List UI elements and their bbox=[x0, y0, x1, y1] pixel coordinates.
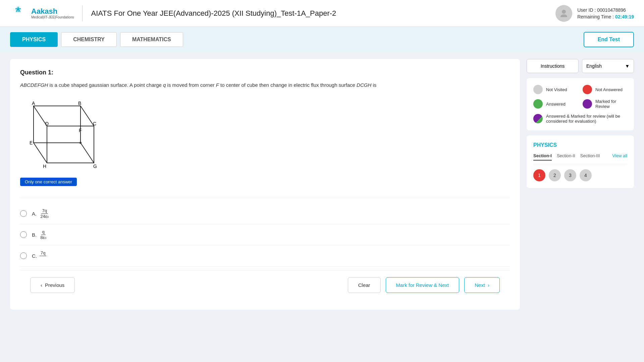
question-text: ABCDEFGH is a cube shaped gaussian surfa… bbox=[20, 81, 510, 89]
logo-main: Aakash bbox=[31, 7, 74, 15]
tab-mathematics[interactable]: MATHEMATICS bbox=[120, 32, 183, 47]
legend-grid: Not Visited Not Answered Answered Marked… bbox=[533, 85, 627, 124]
option-a-row: A. 7q 24ε₀ bbox=[20, 203, 510, 224]
not-visited-dot bbox=[533, 85, 543, 94]
tab-chemistry[interactable]: CHEMISTRY bbox=[61, 32, 117, 47]
legend-answered-marked: Answered & Marked for review (will be co… bbox=[533, 114, 627, 124]
user-details: User ID : 00010478896 Remaining Time : 0… bbox=[577, 7, 634, 19]
legend-answered: Answered bbox=[533, 99, 578, 109]
svg-text:F: F bbox=[79, 128, 82, 133]
option-b-radio[interactable] bbox=[20, 231, 27, 238]
option-a-fraction: 7q 24ε₀ bbox=[39, 208, 50, 219]
question-scroll: Question 1: ABCDEFGH is a cube shaped ga… bbox=[20, 69, 510, 267]
svg-line-5 bbox=[34, 106, 47, 126]
chevron-down-icon: ▼ bbox=[625, 63, 630, 69]
tab-physics[interactable]: PHYSICS bbox=[10, 32, 58, 47]
question-number-4[interactable]: 4 bbox=[580, 169, 592, 181]
exam-title: AIATS For One Year JEE(Advanced)-2025 (X… bbox=[91, 9, 555, 18]
remaining-value: 02:49:19 bbox=[615, 14, 634, 19]
next-button[interactable]: Next › bbox=[464, 277, 500, 293]
legend-not-visited: Not Visited bbox=[533, 85, 578, 94]
q-text-q: q bbox=[163, 82, 166, 88]
user-id-label: User ID bbox=[577, 7, 593, 13]
q-text-DCGH: DCGH bbox=[357, 82, 371, 88]
svg-marker-2 bbox=[34, 103, 101, 163]
physics-section-title: PHYSICS bbox=[533, 142, 627, 148]
question-number-3[interactable]: 3 bbox=[564, 169, 576, 181]
svg-rect-3 bbox=[47, 126, 94, 163]
cube-diagram: A B E F D C H G bbox=[27, 96, 510, 171]
language-select[interactable]: English ▼ bbox=[582, 59, 634, 73]
question-number-2[interactable]: 2 bbox=[549, 169, 561, 181]
logo-text: Aakash Medical|IIT-JEE|Foundations bbox=[31, 7, 74, 19]
clear-button[interactable]: Clear bbox=[348, 277, 381, 293]
cube-svg: A B E F D C H G bbox=[27, 96, 107, 170]
option-b-row: B. q 8ε₀ bbox=[20, 224, 510, 245]
prev-chevron-icon: ‹ bbox=[41, 282, 42, 288]
svg-line-6 bbox=[80, 106, 94, 126]
physics-card: PHYSICS Section-I Section-II Section-III… bbox=[527, 135, 634, 188]
not-answered-dot bbox=[583, 85, 592, 94]
main-content: Question 1: ABCDEFGH is a cube shaped ga… bbox=[0, 52, 644, 316]
svg-line-7 bbox=[34, 143, 47, 163]
svg-text:C: C bbox=[93, 121, 96, 126]
option-a-radio[interactable] bbox=[20, 210, 27, 217]
svg-text:H: H bbox=[43, 164, 46, 169]
option-b-fraction: q 8ε₀ bbox=[39, 229, 47, 240]
right-nav-buttons: Clear Mark for Review & Next Next › bbox=[348, 277, 500, 293]
q-text-abcdefgh: ABCDEFGH bbox=[20, 82, 48, 88]
svg-text:D: D bbox=[45, 121, 49, 126]
answered-label: Answered bbox=[546, 102, 566, 107]
q-text-F: F bbox=[216, 82, 219, 88]
sidebar-top: Instructions English ▼ bbox=[527, 59, 634, 73]
legend-not-answered: Not Answered bbox=[583, 85, 627, 94]
answered-marked-dot bbox=[533, 114, 543, 123]
section-tab-view-all[interactable]: View all bbox=[612, 153, 627, 161]
legend-card: Not Visited Not Answered Answered Marked… bbox=[527, 78, 634, 130]
svg-text:A: A bbox=[32, 101, 35, 106]
remaining-time-row: Remaining Time : 02:49:19 bbox=[577, 14, 634, 19]
options-divider bbox=[20, 198, 510, 198]
svg-point-17 bbox=[79, 142, 82, 144]
user-info: User ID : 00010478896 Remaining Time : 0… bbox=[555, 5, 634, 22]
logo-area: Aakash Medical|IIT-JEE|Foundations bbox=[10, 5, 83, 21]
question-numbers: 1 2 3 4 bbox=[533, 169, 627, 181]
option-c-fraction: 7q bbox=[40, 250, 46, 261]
svg-rect-4 bbox=[34, 106, 80, 143]
section-tabs: Section-I Section-II Section-III View al… bbox=[533, 153, 627, 164]
option-c-radio[interactable] bbox=[20, 252, 27, 259]
mark-review-button[interactable]: Mark for Review & Next bbox=[386, 277, 460, 293]
answered-dot bbox=[533, 99, 543, 109]
end-test-button[interactable]: End Test bbox=[584, 32, 634, 47]
option-c-label: C. 7q bbox=[32, 250, 46, 261]
next-chevron-icon: › bbox=[488, 282, 489, 288]
svg-text:E: E bbox=[30, 140, 33, 145]
logo-subtitle: Medical|IIT-JEE|Foundations bbox=[31, 15, 74, 19]
instructions-button[interactable]: Instructions bbox=[527, 59, 579, 73]
marked-review-label: Marked for Review bbox=[595, 99, 627, 109]
marked-review-dot bbox=[583, 99, 592, 109]
not-answered-label: Not Answered bbox=[595, 87, 623, 92]
previous-button[interactable]: ‹ Previous bbox=[30, 277, 75, 293]
question-number-1[interactable]: 1 bbox=[533, 169, 545, 181]
svg-text:B: B bbox=[78, 101, 81, 106]
bottom-nav: ‹ Previous Clear Mark for Review & Next … bbox=[20, 270, 510, 300]
user-id-value: : 00010478896 bbox=[594, 7, 626, 13]
section-tab-i[interactable]: Section-I bbox=[533, 153, 552, 161]
sidebar: Instructions English ▼ Not Visited Not A… bbox=[527, 59, 634, 310]
legend-marked-review: Marked for Review bbox=[583, 99, 627, 109]
user-id-row: User ID : 00010478896 bbox=[577, 7, 634, 13]
not-visited-label: Not Visited bbox=[546, 87, 567, 92]
option-c-row: C. 7q bbox=[20, 245, 510, 266]
subject-bar: PHYSICS CHEMISTRY MATHEMATICS End Test bbox=[0, 27, 644, 52]
remaining-label: Remaining Time : bbox=[577, 14, 614, 19]
aakash-logo-icon bbox=[10, 5, 26, 21]
user-avatar-icon bbox=[559, 8, 569, 18]
header: Aakash Medical|IIT-JEE|Foundations AIATS… bbox=[0, 0, 644, 27]
section-tab-iii[interactable]: Section-III bbox=[580, 153, 600, 161]
section-tab-ii[interactable]: Section-II bbox=[557, 153, 575, 161]
avatar bbox=[555, 5, 572, 22]
option-b-label: B. q 8ε₀ bbox=[32, 229, 47, 240]
answer-type-badge: Only one correct answer bbox=[20, 178, 510, 193]
option-a-label: A. 7q 24ε₀ bbox=[32, 208, 50, 219]
